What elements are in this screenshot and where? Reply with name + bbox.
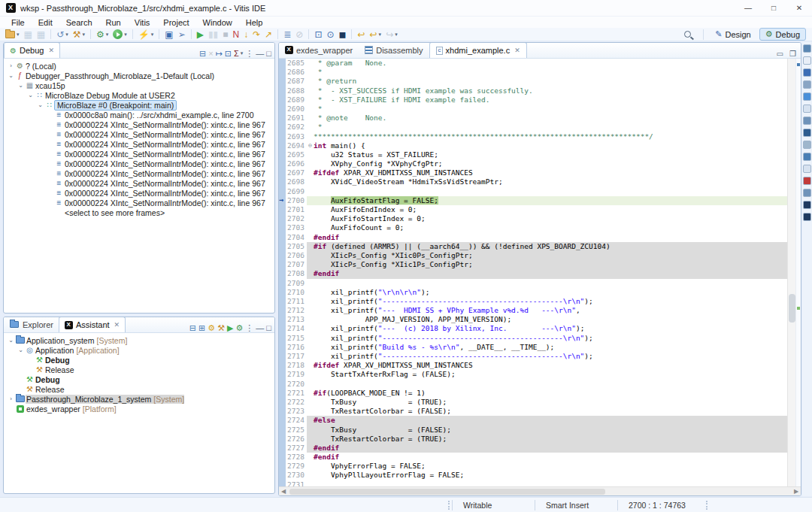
code-line-2707[interactable]: 2707 XIicPs_Config *XIic1Ps_ConfigPtr;	[279, 260, 787, 269]
code-line-2729[interactable]: 2729 VphyErrorFlag = FALSE;	[279, 462, 787, 471]
annotation-ruler[interactable]	[279, 251, 286, 260]
annotation-ruler[interactable]	[279, 453, 286, 462]
code-line-2718[interactable]: 2718#ifdef XPAR_XV_HDMITXSS_NUM_INSTANCE…	[279, 361, 787, 370]
code-text[interactable]: #ifdef XPAR_XV_HDMITXSS_NUM_INSTANCES	[314, 361, 787, 370]
editor-tab-disassembly[interactable]: Disassembly	[359, 42, 429, 58]
code-line-2685[interactable]: 2685 * @param None.	[279, 59, 787, 68]
annotation-ruler[interactable]	[279, 141, 286, 150]
code-text[interactable]: * @return	[314, 77, 787, 86]
tree-item[interactable]: ≡0x00000224 XIntc_SetNormalIntrMode(): x…	[4, 168, 274, 178]
code-line-2694[interactable]: 2694⊖int main() {	[279, 141, 787, 150]
tree-item[interactable]: <select to see more frames>	[4, 208, 274, 217]
code-line-2696[interactable]: 2696 XVphy_Config *XVphyCfgPtr;	[279, 159, 787, 168]
code-line-2713[interactable]: 2713 APP_MAJ_VERSION, APP_MIN_VERSION);	[279, 315, 787, 324]
code-text[interactable]: #endif	[314, 444, 787, 453]
code-text[interactable]	[314, 380, 787, 389]
annotation-ruler[interactable]	[279, 132, 286, 141]
line-number[interactable]: 2730	[286, 471, 307, 480]
tree-item[interactable]: ⌄Application_system [System]	[4, 335, 274, 345]
restore-problems-icon[interactable]	[803, 177, 811, 185]
annotation-ruler[interactable]	[279, 352, 286, 361]
settings-icon[interactable]: ⚙	[208, 323, 215, 332]
annotation-ruler[interactable]	[279, 260, 286, 269]
code-line-2691[interactable]: 2691 * @note None.	[279, 114, 787, 123]
minimize-view-icon[interactable]: ―	[256, 323, 264, 332]
pin-console-button[interactable]: ⊙	[325, 28, 335, 41]
code-text[interactable]: XIicPs_Config *XIic1Ps_ConfigPtr;	[314, 260, 787, 269]
code-line-2716[interactable]: 2716 xil_printf("Build %s - %s\r\n", __D…	[279, 343, 787, 352]
line-number[interactable]: 2721	[286, 389, 307, 398]
line-number[interactable]: 2699	[286, 187, 307, 196]
code-text[interactable]: #endif	[314, 233, 787, 242]
restore-guidance-icon[interactable]	[803, 213, 811, 221]
code-line-2703[interactable]: 2703 AuxFifoCount = 0;	[279, 223, 787, 232]
line-number[interactable]: 2722	[286, 398, 307, 407]
tree-item[interactable]: ≡0x00000224 XIntc_SetNormalIntrMode(): x…	[4, 129, 274, 139]
annotation-ruler[interactable]	[279, 214, 286, 223]
suspend-button[interactable]: ▮▮	[207, 28, 220, 41]
close-icon[interactable]: ✕	[514, 47, 520, 54]
menu-item-file[interactable]: File	[5, 18, 32, 27]
editor-tab-exdes-wrapper[interactable]: exdes_wrapper	[279, 42, 359, 58]
maximize-window-button[interactable]: □	[761, 0, 786, 17]
select-tool-button[interactable]: ➢	[177, 28, 187, 41]
restore-console-icon[interactable]	[803, 165, 811, 173]
code-line-2726[interactable]: 2726 TxRestartColorbar = (TRUE);	[279, 435, 787, 444]
chevron-down-icon[interactable]: ⌄	[26, 92, 35, 98]
code-text[interactable]: APP_MAJ_VERSION, APP_MIN_VERSION);	[314, 315, 787, 324]
code-text[interactable]: #ifdef XPAR_XV_HDMITXSS_NUM_INSTANCES	[314, 168, 787, 177]
overview-ruler[interactable]	[795, 59, 801, 486]
menu-item-project[interactable]: Project	[156, 18, 195, 27]
code-line-2697[interactable]: 2697#ifdef XPAR_XV_HDMITXSS_NUM_INSTANCE…	[279, 168, 787, 177]
code-line-2689[interactable]: 2689 * - XST_FAILURE if HDMI example fai…	[279, 95, 787, 105]
line-number[interactable]: 2715	[286, 334, 307, 343]
annotation-ruler[interactable]	[279, 297, 286, 306]
code-text[interactable]: ****************************************…	[314, 132, 787, 141]
step-return-button[interactable]: ↗	[263, 28, 274, 41]
maximize-view-icon[interactable]: □	[266, 323, 271, 332]
annotation-ruler[interactable]	[279, 233, 286, 242]
resume-button[interactable]: ▶	[195, 28, 205, 41]
debug-icon[interactable]: ⚙	[235, 323, 243, 332]
annotation-ruler[interactable]	[279, 370, 286, 379]
annotation-ruler[interactable]	[279, 123, 286, 132]
restore-breakpoints-icon[interactable]	[803, 92, 811, 101]
chevron-down-icon[interactable]: ⌄	[36, 101, 44, 108]
code-line-2714[interactable]: 2714 xil_printf("--- (c) 2018 by Xilinx,…	[279, 324, 787, 333]
annotation-ruler[interactable]	[279, 59, 286, 68]
line-number[interactable]: 2687	[286, 77, 307, 86]
expand-all-icon[interactable]: ⊞	[198, 323, 205, 332]
editor-horizontal-scrollbar[interactable]: ◀ ▶	[279, 486, 801, 495]
line-number[interactable]: 2723	[286, 407, 307, 416]
line-number[interactable]: 2705	[286, 242, 307, 251]
editor-tab-xhdmi-example-c[interactable]: xhdmi_example.c✕	[429, 42, 527, 58]
launch-history-button[interactable]: ↺▾	[55, 28, 70, 41]
restore-registers-icon[interactable]	[803, 117, 811, 125]
restore-expressions-icon[interactable]	[803, 105, 811, 113]
restore-project-explorer-icon[interactable]	[803, 44, 811, 53]
code-line-2728[interactable]: 2728#endif	[279, 453, 787, 462]
code-line-2731[interactable]: 2731	[279, 480, 787, 486]
line-number[interactable]: 2726	[286, 435, 307, 444]
maximize-view-icon[interactable]: □	[266, 49, 271, 58]
tree-item[interactable]: ≡0x00000224 XIntc_SetNormalIntrMode(): x…	[4, 149, 274, 159]
chevron-down-icon[interactable]: ▾	[124, 32, 127, 38]
code-text[interactable]: #if(LOOPBACK_MODE_EN != 1)	[314, 389, 787, 398]
code-text[interactable]: TxBusy = (FALSE);	[314, 426, 787, 435]
code-text[interactable]: AuxFifoStartFlag = FALSE;	[314, 196, 787, 205]
code-text[interactable]: xil_printf("----------------------------…	[314, 334, 787, 343]
code-text[interactable]: #endif	[314, 453, 787, 462]
code-line-2702[interactable]: 2702 AuxFifoStartIndex = 0;	[279, 214, 787, 223]
line-number[interactable]: 2724	[286, 416, 307, 425]
chevron-down-icon[interactable]: ▾	[83, 32, 86, 38]
maximize-editor-icon[interactable]: ❐	[789, 50, 796, 58]
sigma-icon[interactable]: Σ	[234, 49, 239, 58]
minimize-window-button[interactable]: —	[735, 0, 761, 17]
code-text[interactable]: * @param None.	[314, 59, 787, 68]
restore-debug-shell-icon[interactable]	[803, 201, 811, 209]
search-icon[interactable]	[684, 31, 691, 38]
console-button[interactable]: ⊡	[313, 28, 323, 41]
restore-variables-icon[interactable]	[803, 80, 811, 89]
code-line-2705[interactable]: 2705#if (defined (ARMR5) || (__aarch64__…	[279, 242, 787, 251]
code-text[interactable]	[314, 279, 787, 288]
